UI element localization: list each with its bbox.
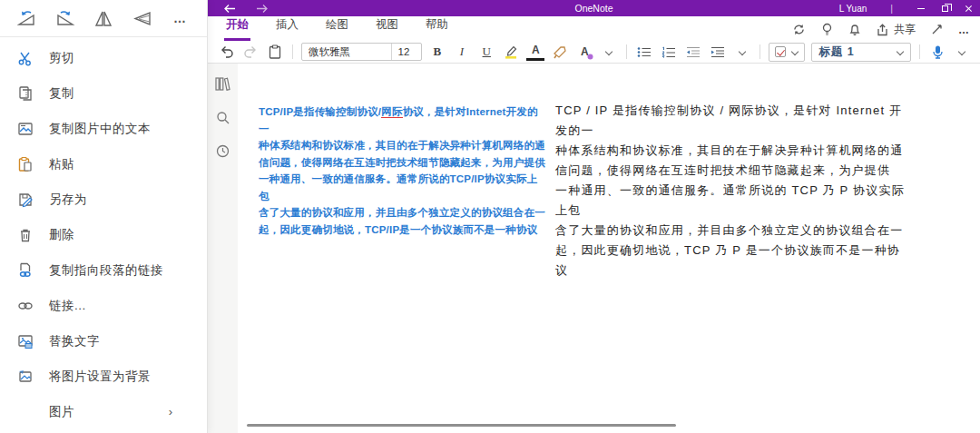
menu-item-copy[interactable]: 复制 (0, 75, 207, 111)
formatting-toolbar: 微软雅黑 12 B I U A A (208, 41, 980, 64)
styles-dropdown[interactable]: 标题 1 (811, 43, 911, 62)
tab-view[interactable]: 视图 (374, 14, 400, 41)
todo-checkbox-icon (775, 46, 786, 57)
menu-item-alt-text[interactable]: 替换文字 (0, 323, 207, 359)
menu-item-copy-paragraph-link[interactable]: 复制指向段落的链接 (0, 252, 207, 288)
rotate-right-icon[interactable] (13, 5, 40, 32)
dictate-chevron-icon[interactable] (953, 43, 971, 61)
save-as-icon (16, 191, 34, 209)
notebooks-icon[interactable] (212, 73, 234, 94)
ideas-lightbulb-icon[interactable] (821, 23, 833, 36)
tab-insert[interactable]: 插入 (274, 14, 300, 41)
redo-icon[interactable] (241, 43, 260, 61)
close-button[interactable] (956, 0, 980, 16)
page-canvas[interactable]: TCP/IP是指传输控制协议/网际协议，是针对Internet开发的一 种体系结… (208, 64, 980, 433)
undo-icon[interactable] (217, 43, 235, 61)
image-text-paragraph[interactable]: TCP/IP是指传输控制协议/网际协议，是针对Internet开发的一 种体系结… (259, 103, 547, 238)
numbered-list-icon[interactable] (660, 43, 678, 61)
titlebar-divider: | (890, 3, 893, 14)
paste-icon (16, 155, 34, 173)
image-text-line: 一种通用、一致的通信服务。通常所说的TCP/IP协议实际上包 (259, 171, 547, 204)
menu-item-link[interactable]: 链接... (0, 288, 207, 323)
format-painter-icon[interactable] (551, 43, 569, 61)
sync-icon[interactable] (792, 23, 806, 36)
image-text-line: 信问题，使得网络在互连时把技术细节隐藏起来，为用户提供 (259, 154, 547, 172)
underline-button[interactable]: U (477, 43, 495, 61)
bullet-list-icon[interactable] (635, 43, 653, 61)
share-button[interactable]: 共享 (877, 22, 916, 37)
image-text-line: 种体系结构和协议标准，其目的在于解决异种计算机网络的通 (259, 137, 547, 154)
menu-item-label: 删除 (49, 227, 74, 243)
titlebar-right: L Yuan | (839, 0, 980, 16)
rotate-left-icon[interactable] (52, 5, 79, 32)
more-image-tools-button[interactable]: … (167, 5, 194, 32)
share-label: 共享 (894, 22, 916, 37)
menu-item-cut[interactable]: 剪切 (0, 40, 207, 75)
ribbon-right-icons: 共享 … (792, 22, 971, 41)
menu-item-set-background[interactable]: 将图片设置为背景 (0, 359, 207, 394)
minimize-button[interactable] (909, 0, 933, 16)
menu-item-paste[interactable]: 粘贴 (0, 146, 207, 182)
font-controls: 微软雅黑 12 (301, 43, 422, 61)
titlebar-nav (224, 5, 268, 13)
recent-notes-clock-icon[interactable] (212, 140, 234, 162)
flip-horizontal-icon[interactable] (90, 5, 117, 32)
menu-item-picture-submenu[interactable]: 图片 › (0, 394, 207, 429)
image-context-menu: … 剪切 复制 (0, 0, 208, 433)
extracted-text-line: 起，因此更确切地说，TCP 乃 P 是一个协议族而不是一种协议 (555, 241, 911, 280)
spellcheck-marked-text: 网际 (381, 106, 402, 118)
menu-item-label: 复制图片中的文本 (49, 121, 151, 137)
share-icon (877, 24, 890, 36)
account-name[interactable]: L Yuan (839, 4, 867, 14)
highlighter-icon[interactable] (502, 43, 520, 61)
bold-button[interactable]: B (428, 43, 446, 61)
link-icon (16, 297, 34, 315)
font-more-chevron-icon[interactable] (600, 43, 618, 61)
onenote-window: OneNote L Yuan | 开始 插入 绘图 视图 帮助 (208, 0, 980, 433)
blank-icon (16, 403, 34, 421)
menu-item-save-as[interactable]: 另存为 (0, 182, 207, 217)
toolbar-divider (292, 44, 293, 59)
forward-icon[interactable] (256, 5, 268, 13)
font-name-select[interactable]: 微软雅黑 (302, 44, 392, 60)
minimize-icon (917, 8, 925, 9)
current-style-label: 标题 1 (818, 44, 854, 60)
submenu-chevron-icon: › (169, 405, 172, 418)
flip-vertical-icon[interactable] (129, 5, 156, 32)
menu-item-delete[interactable]: 删除 (0, 217, 207, 252)
todo-tag-control[interactable] (769, 43, 805, 62)
tag-chevron-icon (791, 48, 799, 55)
tab-help[interactable]: 帮助 (424, 14, 450, 41)
tab-draw[interactable]: 绘图 (324, 14, 350, 41)
expand-icon[interactable] (931, 24, 943, 35)
font-color-button[interactable]: A (526, 43, 544, 61)
extracted-text-line: 种体系结构和协议标准，其目的在于解决异种计算机网络的通 (555, 141, 911, 161)
menu-item-label: 剪切 (49, 50, 74, 66)
menu-item-copy-image-text[interactable]: 复制图片中的文本 (0, 111, 207, 146)
decrease-indent-icon[interactable] (684, 43, 702, 61)
image-tools-toolbar: … (0, 0, 207, 37)
font-size-select[interactable]: 12 (392, 44, 421, 60)
search-icon[interactable] (212, 106, 234, 128)
styles-chevron-icon (897, 48, 904, 55)
paste-toolbar-icon[interactable] (266, 43, 284, 61)
ribbon-more-button[interactable]: … (958, 24, 971, 36)
scissors-icon (16, 49, 34, 67)
notifications-bell-icon[interactable] (848, 23, 861, 36)
italic-button[interactable]: I (453, 43, 471, 61)
back-icon[interactable] (224, 5, 236, 13)
paragraph-more-chevron-icon[interactable] (733, 43, 751, 61)
set-background-icon (16, 368, 34, 386)
increase-indent-icon[interactable] (709, 43, 727, 61)
horizontal-scrollbar-thumb[interactable] (247, 424, 676, 427)
ribbon-tab-row: 开始 插入 绘图 视图 帮助 共享 … (208, 16, 980, 41)
tab-home[interactable]: 开始 (224, 14, 250, 41)
titlebar: OneNote L Yuan | (208, 0, 980, 16)
restore-button[interactable] (933, 0, 956, 16)
clear-formatting-button[interactable]: A (575, 43, 593, 61)
restore-icon (942, 5, 948, 12)
copy-icon (16, 84, 34, 103)
close-icon (965, 5, 973, 13)
dictate-microphone-icon[interactable] (928, 43, 946, 61)
extracted-text-paragraph[interactable]: TCP / IP 是指传输控制协议 / 网际协议，是针对 Internet 开发… (555, 101, 911, 280)
